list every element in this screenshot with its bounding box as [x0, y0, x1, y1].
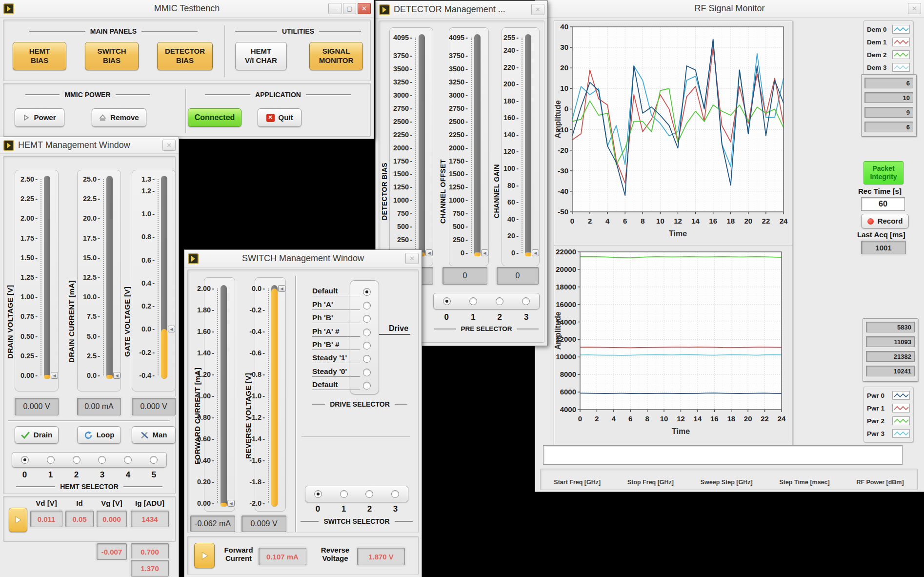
drive-option[interactable]: Ph 'B' #	[312, 337, 371, 350]
forward-current-slider[interactable]: 2.00-1.80-1.60-1.40-1.20-1.00-0.80-0.60-…	[204, 277, 235, 512]
channel-offset-slider[interactable]: 4095-3750-3500-3250-3000-2750-2500-2250-…	[449, 27, 489, 266]
radio-option-0[interactable]	[314, 490, 322, 498]
drive-radio[interactable]	[363, 342, 371, 350]
close-icon[interactable]: ✕	[531, 4, 544, 15]
titlebar[interactable]: MMIC Testbench — ▢ ✕	[0, 0, 374, 18]
man-button[interactable]: Man	[132, 426, 176, 444]
slider-fill	[525, 252, 531, 256]
drive-option[interactable]: Steady '0'	[312, 363, 371, 376]
channel-gain-slider[interactable]: 255-240-220-200-180-160-140-120-100-80-6…	[502, 27, 540, 266]
close-icon[interactable]: ✕	[405, 253, 419, 264]
slider-thumb[interactable]: ◀	[481, 249, 488, 256]
drive-selector-list[interactable]: DefaultPh 'A'Ph 'B'Ph 'A' #Ph 'B' #Stead…	[312, 283, 371, 390]
remove-button[interactable]: Remove	[92, 108, 146, 127]
switch-selector-radio-group[interactable]	[305, 486, 408, 502]
power-button[interactable]: Power	[15, 108, 64, 127]
slider-track[interactable]	[44, 176, 50, 379]
radio-option-2[interactable]	[73, 456, 80, 464]
drive-option[interactable]: Steady '1'	[312, 350, 371, 363]
ig-header: Ig [ADU]	[131, 499, 169, 507]
legend-row[interactable]: Pwr 0	[867, 389, 910, 402]
slider-track[interactable]	[419, 34, 425, 256]
drive-option[interactable]: Ph 'A'	[312, 296, 371, 309]
drive-option[interactable]: Ph 'A' #	[312, 323, 371, 336]
slider-thumb[interactable]: ◀	[532, 249, 539, 256]
slider-track[interactable]	[525, 34, 531, 256]
loop-button[interactable]: Loop	[77, 426, 121, 444]
radio-option-0[interactable]	[443, 297, 451, 305]
close-icon[interactable]: ✕	[908, 3, 921, 14]
radio-option-1[interactable]	[469, 297, 477, 305]
drive-radio[interactable]	[363, 329, 371, 336]
packet-integrity-button[interactable]: Packet Integrity	[864, 161, 904, 185]
drive-radio[interactable]	[363, 315, 371, 323]
slider-track[interactable]	[474, 34, 481, 256]
drain-button[interactable]: Drain	[15, 426, 59, 444]
pre-selector-radio-group[interactable]	[433, 293, 540, 309]
reverse-voltage-slider[interactable]: 0.0--0.2--0.4--0.6--0.8--1.0--1.2--1.4--…	[255, 277, 286, 512]
gate-voltage-slider[interactable]: 1.3-1.2-1.0-0.8-0.6-0.4-0.2-0.0--0.2--0.…	[132, 170, 176, 392]
titlebar[interactable]: RF Signal Monitor ✕	[535, 0, 924, 18]
quit-icon: ✕	[266, 114, 275, 122]
hemt-run-button[interactable]	[9, 508, 27, 532]
drive-radio[interactable]	[363, 369, 371, 376]
drive-option[interactable]: Ph 'B'	[312, 310, 371, 323]
hemt-selector-labels: 012345	[12, 470, 167, 480]
drive-option[interactable]: Default	[312, 283, 371, 296]
close-icon[interactable]: ✕	[162, 140, 176, 151]
detector-bias-slider[interactable]: 4095-3750-3500-3250-3000-2750-2500-2250-…	[389, 27, 433, 266]
radio-option-2[interactable]	[365, 490, 373, 498]
signal-monitor-button[interactable]: SIGNAL MONITOR	[309, 42, 363, 70]
record-button[interactable]: Record	[861, 214, 909, 228]
titlebar[interactable]: HEMT Management Window ✕	[0, 137, 179, 154]
radio-option-0[interactable]	[21, 456, 29, 464]
drive-radio[interactable]	[363, 355, 371, 363]
switch-bias-button[interactable]: SWITCH BIAS	[85, 42, 139, 70]
sweep-config-input[interactable]	[543, 445, 903, 465]
slider-thumb[interactable]: ◀	[278, 285, 285, 292]
drain-current-slider[interactable]: 25.0-22.5-20.0-17.5-15.0-12.5-10.0-7.5-5…	[77, 170, 121, 392]
legend-row[interactable]: Dem 3	[867, 61, 910, 74]
hemt-selector-radio-group[interactable]	[12, 452, 167, 468]
legend-row[interactable]: Pwr 3	[867, 427, 910, 440]
drain-voltage-slider[interactable]: 2.50-2.25-2.00-1.75-1.50-1.25-1.00-0.75-…	[15, 170, 59, 392]
switch-run-button[interactable]	[194, 543, 215, 568]
legend-row[interactable]: Dem 2	[867, 48, 910, 61]
minimize-icon[interactable]: —	[328, 3, 341, 14]
legend-row[interactable]: Pwr 2	[867, 414, 910, 427]
hemt-vi-char-button[interactable]: HEMT V/I CHAR	[235, 42, 287, 70]
maximize-icon[interactable]: ▢	[343, 3, 356, 14]
legend-row[interactable]: Dem 0	[867, 23, 910, 36]
slider-track[interactable]	[221, 285, 227, 507]
slider-thumb[interactable]: ◀	[113, 372, 121, 379]
rec-time-input[interactable]	[861, 197, 905, 211]
legend-row[interactable]: Dem 1	[867, 36, 910, 48]
drive-radio[interactable]	[363, 302, 371, 309]
radio-option-5[interactable]	[150, 456, 158, 464]
titlebar[interactable]: DETECTOR Management ... ✕	[376, 1, 547, 19]
slider-track[interactable]	[106, 176, 113, 379]
slider-thumb[interactable]: ◀	[51, 372, 58, 379]
radio-option-2[interactable]	[496, 297, 503, 305]
radio-option-3[interactable]	[522, 297, 530, 305]
hemt-bias-button[interactable]: HEMT BIAS	[13, 42, 66, 70]
slider-thumb[interactable]: ◀	[168, 326, 175, 332]
radio-option-3[interactable]	[98, 456, 106, 464]
tick-label: 220-	[503, 63, 519, 71]
drive-option[interactable]: Default	[312, 377, 371, 390]
detector-bias-button[interactable]: DETECTOR BIAS	[157, 42, 213, 70]
slider-thumb[interactable]: ◀	[227, 500, 235, 507]
svg-text:6: 6	[623, 217, 627, 225]
connected-button[interactable]: Connected	[188, 108, 241, 127]
radio-option-3[interactable]	[391, 490, 399, 498]
titlebar[interactable]: SWITCH Management Window ✕	[184, 250, 422, 268]
drive-radio[interactable]	[363, 382, 371, 390]
radio-option-1[interactable]	[340, 490, 348, 498]
slider-thumb[interactable]: ◀	[425, 249, 433, 256]
radio-option-4[interactable]	[124, 456, 132, 464]
drive-radio[interactable]	[363, 288, 371, 296]
close-icon[interactable]: ✕	[358, 3, 371, 14]
quit-button[interactable]: ✕ Quit	[258, 108, 301, 127]
radio-option-1[interactable]	[47, 456, 55, 464]
legend-row[interactable]: Pwr 1	[867, 402, 910, 414]
